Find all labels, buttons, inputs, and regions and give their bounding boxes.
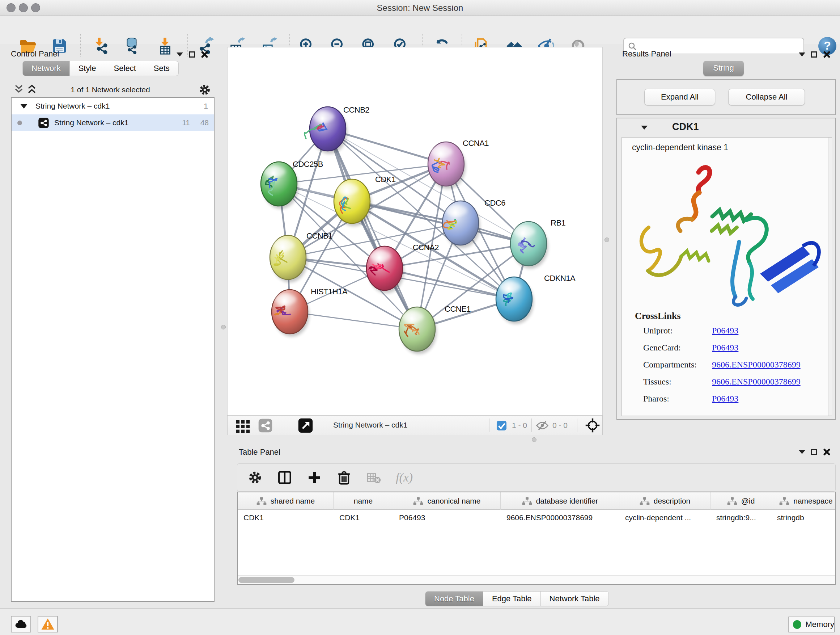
column-header-namespace[interactable]: namespace	[771, 492, 836, 510]
warnings-button[interactable]	[38, 616, 58, 632]
show-columns-icon[interactable]	[277, 470, 292, 485]
crosslinks-title: CrossLinks	[635, 310, 681, 321]
panel-menu-icon[interactable]	[799, 450, 805, 454]
node-label-CCNE1: CCNE1	[445, 304, 471, 314]
tab-node-table[interactable]: Node Table	[425, 591, 483, 606]
node-label-CDK1: CDK1	[375, 175, 396, 184]
network-edge	[328, 129, 417, 329]
table-options-gear-icon[interactable]	[248, 470, 263, 485]
memory-button[interactable]: Memory	[788, 616, 835, 632]
entry-gene-name: CDK1	[672, 121, 699, 133]
panel-menu-icon[interactable]	[799, 52, 805, 57]
column-header-@id[interactable]: @id	[711, 492, 771, 510]
tab-string[interactable]: String	[703, 61, 744, 76]
tab-sets[interactable]: Sets	[145, 61, 179, 76]
column-header-description[interactable]: description	[619, 492, 711, 510]
network-graph[interactable]: CCNB2CCNA1CDC25BCDK1CDC6RB1CCNB1CCNA2HIS…	[227, 48, 602, 415]
column-type-icon	[639, 497, 650, 505]
entry-collapse-caret[interactable]	[641, 126, 647, 130]
network-node-CDC25B[interactable]: CDC25B	[261, 160, 323, 209]
panel-float-icon[interactable]	[189, 51, 195, 57]
crosslink-link[interactable]: 9606.ENSP00000378699	[712, 360, 801, 370]
crosslink-link[interactable]: P06493	[712, 394, 738, 404]
right-divider-handle[interactable]	[605, 238, 609, 242]
tab-style[interactable]: Style	[70, 61, 105, 76]
crosslink-link[interactable]: P06493	[712, 326, 738, 336]
grid-view-icon[interactable]	[235, 417, 251, 434]
network-node-CCNA1[interactable]: CCNA1	[428, 139, 489, 189]
panel-close-icon[interactable]	[823, 51, 830, 58]
network-options-gear-icon[interactable]	[198, 83, 211, 96]
panel-close-icon[interactable]	[201, 51, 208, 58]
network-node-CDC6[interactable]: CDC6	[442, 198, 505, 248]
crosslink-link[interactable]: P06493	[712, 343, 738, 353]
tab-network[interactable]: Network	[22, 61, 70, 76]
collapse-all-tree-icon[interactable]	[14, 84, 24, 94]
column-header-database-identifier[interactable]: database identifier	[501, 492, 619, 510]
scrollbar-thumb[interactable]	[238, 577, 294, 583]
tab-select[interactable]: Select	[105, 61, 145, 76]
column-header-label: description	[654, 497, 691, 505]
network-node-CDK1[interactable]: CDK1	[334, 175, 396, 226]
table-cell[interactable]: stringdb:9...	[716, 513, 756, 522]
string-style-icon[interactable]	[258, 418, 273, 433]
collapse-all-button[interactable]: Collapse All	[728, 89, 805, 105]
table-cell[interactable]: CDK1	[243, 513, 264, 522]
cloud-status-button[interactable]	[11, 616, 31, 632]
panel-float-icon[interactable]	[811, 449, 817, 455]
crosslink-label: Uniprot:	[643, 326, 673, 336]
network-node-HIST1H1A[interactable]: HIST1H1A	[272, 287, 347, 337]
table-cell[interactable]: cyclin-dependent ...	[625, 513, 691, 522]
network-node-CCNB1[interactable]: CCNB1	[270, 231, 332, 282]
node-label-HIST1H1A: HIST1H1A	[311, 287, 347, 296]
panel-float-icon[interactable]	[811, 51, 817, 57]
network-node-RB1[interactable]: RB1	[510, 218, 566, 269]
cloud-icon	[14, 617, 28, 631]
detach-view-icon[interactable]	[298, 418, 313, 433]
network-node-CCNE1[interactable]: CCNE1	[399, 304, 471, 354]
table-horizontal-scrollbar[interactable]	[238, 575, 835, 584]
delete-column-icon[interactable]	[336, 470, 352, 485]
panel-close-icon[interactable]	[823, 448, 830, 455]
table-cell[interactable]: 9606.ENSP00000378699	[507, 513, 592, 522]
results-scrollbar[interactable]	[828, 138, 832, 416]
tab-network-table[interactable]: Network Table	[541, 591, 609, 606]
network-row-selected[interactable]: String Network – cdk1 11 48	[11, 114, 214, 131]
import-table-button[interactable]	[156, 36, 174, 56]
table-cell[interactable]: stringdb	[777, 513, 804, 522]
collection-expand-caret[interactable]	[20, 104, 27, 109]
expand-all-tree-icon[interactable]	[27, 84, 37, 94]
network-edge-count: 48	[201, 119, 209, 127]
node-label-CCNB1: CCNB1	[306, 231, 332, 241]
import-network-file-button[interactable]	[90, 36, 109, 56]
expand-all-button[interactable]: Expand All	[644, 89, 715, 105]
birdseye-crosshair-icon[interactable]	[585, 418, 600, 433]
main-toolbar: ?	[0, 16, 840, 44]
footer-separator	[531, 418, 532, 432]
node-label-CCNB2: CCNB2	[343, 105, 369, 114]
column-header-shared-name[interactable]: shared name	[238, 492, 333, 510]
table-cell[interactable]: CDK1	[339, 513, 360, 522]
crosslink-label: GeneCard:	[643, 343, 681, 353]
column-type-icon	[727, 497, 737, 505]
crosslink-link[interactable]: 9606.ENSP00000378699	[712, 377, 801, 386]
entry-description: cyclin-dependent kinase 1	[632, 143, 728, 152]
delete-table-icon-disabled	[366, 470, 381, 485]
panel-menu-icon[interactable]	[177, 52, 183, 57]
column-header-canonical-name[interactable]: canonical name	[393, 492, 501, 510]
warning-icon	[41, 617, 55, 631]
left-divider-handle[interactable]	[221, 325, 226, 329]
import-network-database-button[interactable]	[122, 36, 141, 56]
table-cell[interactable]: P06493	[399, 513, 425, 522]
import-network-icon	[91, 37, 109, 55]
selected-checkbox-icon[interactable]	[496, 420, 507, 431]
bottom-divider-handle[interactable]	[532, 437, 537, 442]
tab-edge-table[interactable]: Edge Table	[483, 591, 541, 606]
network-node-CCNB2[interactable]: CCNB2	[305, 105, 370, 154]
collection-count: 1	[204, 102, 208, 111]
network-node-CDKN1A[interactable]: CDKN1A	[496, 274, 576, 324]
column-header-name[interactable]: name	[333, 492, 393, 510]
add-column-icon[interactable]	[307, 470, 322, 485]
network-collection-row[interactable]: String Network – cdk1 1	[11, 98, 214, 114]
network-view-canvas[interactable]: CCNB2CCNA1CDC25BCDK1CDC6RB1CCNB1CCNA2HIS…	[227, 47, 603, 415]
